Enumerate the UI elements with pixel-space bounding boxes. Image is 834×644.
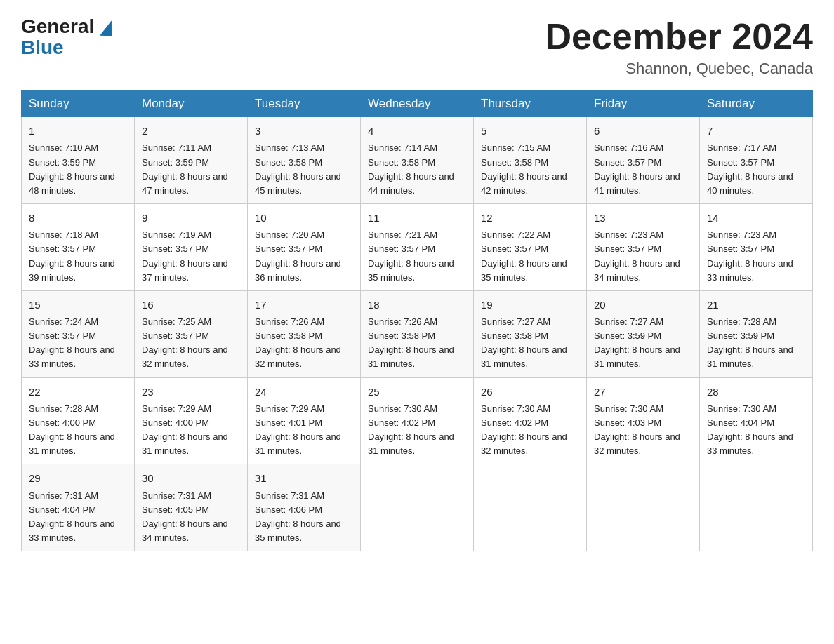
week-row-4: 22 Sunrise: 7:28 AMSunset: 4:00 PMDaylig… [22,377,813,464]
day-number: 28 [707,384,805,400]
header-cell-monday: Monday [135,91,248,117]
day-info: Sunrise: 7:27 AMSunset: 3:58 PMDaylight:… [481,315,579,372]
week-row-1: 1 Sunrise: 7:10 AMSunset: 3:59 PMDayligh… [22,117,813,204]
day-info: Sunrise: 7:13 AMSunset: 3:58 PMDaylight:… [255,141,353,198]
day-cell: 21 Sunrise: 7:28 AMSunset: 3:59 PMDaylig… [700,290,813,377]
week-row-5: 29 Sunrise: 7:31 AMSunset: 4:04 PMDaylig… [22,464,813,551]
day-number: 12 [481,210,579,226]
header-cell-sunday: Sunday [22,91,135,117]
day-info: Sunrise: 7:31 AMSunset: 4:05 PMDaylight:… [142,489,240,546]
day-cell [587,464,700,551]
day-info: Sunrise: 7:21 AMSunset: 3:57 PMDaylight:… [368,228,466,285]
logo: General Blue [21,17,113,59]
day-cell: 2 Sunrise: 7:11 AMSunset: 3:59 PMDayligh… [135,117,248,204]
day-info: Sunrise: 7:15 AMSunset: 3:58 PMDaylight:… [481,141,579,198]
day-info: Sunrise: 7:28 AMSunset: 3:59 PMDaylight:… [707,315,805,372]
day-number: 10 [255,210,353,226]
calendar-table: SundayMondayTuesdayWednesdayThursdayFrid… [21,90,813,551]
day-info: Sunrise: 7:20 AMSunset: 3:57 PMDaylight:… [255,228,353,285]
day-cell: 26 Sunrise: 7:30 AMSunset: 4:02 PMDaylig… [474,377,587,464]
day-cell: 3 Sunrise: 7:13 AMSunset: 3:58 PMDayligh… [248,117,361,204]
location-title: Shannon, Quebec, Canada [545,60,813,78]
header-cell-friday: Friday [587,91,700,117]
day-cell: 22 Sunrise: 7:28 AMSunset: 4:00 PMDaylig… [22,377,135,464]
day-cell: 6 Sunrise: 7:16 AMSunset: 3:57 PMDayligh… [587,117,700,204]
day-info: Sunrise: 7:14 AMSunset: 3:58 PMDaylight:… [368,141,466,198]
day-number: 20 [594,297,692,313]
day-info: Sunrise: 7:10 AMSunset: 3:59 PMDaylight:… [29,141,127,198]
day-info: Sunrise: 7:31 AMSunset: 4:04 PMDaylight:… [29,489,127,546]
day-number: 3 [255,123,353,139]
day-number: 1 [29,123,127,139]
day-number: 13 [594,210,692,226]
day-info: Sunrise: 7:29 AMSunset: 4:01 PMDaylight:… [255,402,353,459]
day-cell [700,464,813,551]
header-cell-wednesday: Wednesday [361,91,474,117]
day-info: Sunrise: 7:16 AMSunset: 3:57 PMDaylight:… [594,141,692,198]
day-cell: 14 Sunrise: 7:23 AMSunset: 3:57 PMDaylig… [700,204,813,291]
day-cell: 27 Sunrise: 7:30 AMSunset: 4:03 PMDaylig… [587,377,700,464]
day-cell: 18 Sunrise: 7:26 AMSunset: 3:58 PMDaylig… [361,290,474,377]
calendar-header: SundayMondayTuesdayWednesdayThursdayFrid… [22,91,813,117]
day-info: Sunrise: 7:30 AMSunset: 4:03 PMDaylight:… [594,402,692,459]
logo-blue-label: Blue [21,36,64,59]
day-cell: 10 Sunrise: 7:20 AMSunset: 3:57 PMDaylig… [248,204,361,291]
day-info: Sunrise: 7:17 AMSunset: 3:57 PMDaylight:… [707,141,805,198]
day-info: Sunrise: 7:24 AMSunset: 3:57 PMDaylight:… [29,315,127,372]
day-info: Sunrise: 7:30 AMSunset: 4:02 PMDaylight:… [368,402,466,459]
page-header: General Blue December 2024 Shannon, Queb… [21,17,813,78]
day-number: 27 [594,384,692,400]
day-info: Sunrise: 7:25 AMSunset: 3:57 PMDaylight:… [142,315,240,372]
day-number: 25 [368,384,466,400]
day-cell: 17 Sunrise: 7:26 AMSunset: 3:58 PMDaylig… [248,290,361,377]
day-info: Sunrise: 7:23 AMSunset: 3:57 PMDaylight:… [594,228,692,285]
header-cell-saturday: Saturday [700,91,813,117]
day-number: 29 [29,470,127,486]
day-number: 26 [481,384,579,400]
day-number: 19 [481,297,579,313]
day-cell: 30 Sunrise: 7:31 AMSunset: 4:05 PMDaylig… [135,464,248,551]
day-cell [361,464,474,551]
day-cell: 19 Sunrise: 7:27 AMSunset: 3:58 PMDaylig… [474,290,587,377]
day-number: 24 [255,384,353,400]
day-number: 23 [142,384,240,400]
day-cell: 12 Sunrise: 7:22 AMSunset: 3:57 PMDaylig… [474,204,587,291]
day-number: 15 [29,297,127,313]
day-number: 17 [255,297,353,313]
logo-blue-text: Blue [21,36,64,59]
day-info: Sunrise: 7:30 AMSunset: 4:04 PMDaylight:… [707,402,805,459]
day-cell: 8 Sunrise: 7:18 AMSunset: 3:57 PMDayligh… [22,204,135,291]
day-cell: 25 Sunrise: 7:30 AMSunset: 4:02 PMDaylig… [361,377,474,464]
day-number: 31 [255,470,353,486]
day-info: Sunrise: 7:19 AMSunset: 3:57 PMDaylight:… [142,228,240,285]
day-number: 8 [29,210,127,226]
day-info: Sunrise: 7:26 AMSunset: 3:58 PMDaylight:… [368,315,466,372]
day-number: 2 [142,123,240,139]
day-cell: 11 Sunrise: 7:21 AMSunset: 3:57 PMDaylig… [361,204,474,291]
day-cell: 5 Sunrise: 7:15 AMSunset: 3:58 PMDayligh… [474,117,587,204]
day-info: Sunrise: 7:23 AMSunset: 3:57 PMDaylight:… [707,228,805,285]
day-cell: 1 Sunrise: 7:10 AMSunset: 3:59 PMDayligh… [22,117,135,204]
day-info: Sunrise: 7:30 AMSunset: 4:02 PMDaylight:… [481,402,579,459]
day-info: Sunrise: 7:31 AMSunset: 4:06 PMDaylight:… [255,489,353,546]
day-cell: 31 Sunrise: 7:31 AMSunset: 4:06 PMDaylig… [248,464,361,551]
day-cell: 23 Sunrise: 7:29 AMSunset: 4:00 PMDaylig… [135,377,248,464]
day-cell: 20 Sunrise: 7:27 AMSunset: 3:59 PMDaylig… [587,290,700,377]
day-cell: 7 Sunrise: 7:17 AMSunset: 3:57 PMDayligh… [700,117,813,204]
day-number: 9 [142,210,240,226]
logo-general-text: General [21,17,113,36]
day-info: Sunrise: 7:26 AMSunset: 3:58 PMDaylight:… [255,315,353,372]
day-cell: 4 Sunrise: 7:14 AMSunset: 3:58 PMDayligh… [361,117,474,204]
month-title: December 2024 [545,17,813,57]
day-number: 18 [368,297,466,313]
header-row: SundayMondayTuesdayWednesdayThursdayFrid… [22,91,813,117]
day-number: 11 [368,210,466,226]
day-info: Sunrise: 7:18 AMSunset: 3:57 PMDaylight:… [29,228,127,285]
day-number: 4 [368,123,466,139]
logo-general-label: General [21,15,94,37]
day-number: 5 [481,123,579,139]
day-cell: 24 Sunrise: 7:29 AMSunset: 4:01 PMDaylig… [248,377,361,464]
day-info: Sunrise: 7:27 AMSunset: 3:59 PMDaylight:… [594,315,692,372]
day-cell: 28 Sunrise: 7:30 AMSunset: 4:04 PMDaylig… [700,377,813,464]
day-cell: 29 Sunrise: 7:31 AMSunset: 4:04 PMDaylig… [22,464,135,551]
